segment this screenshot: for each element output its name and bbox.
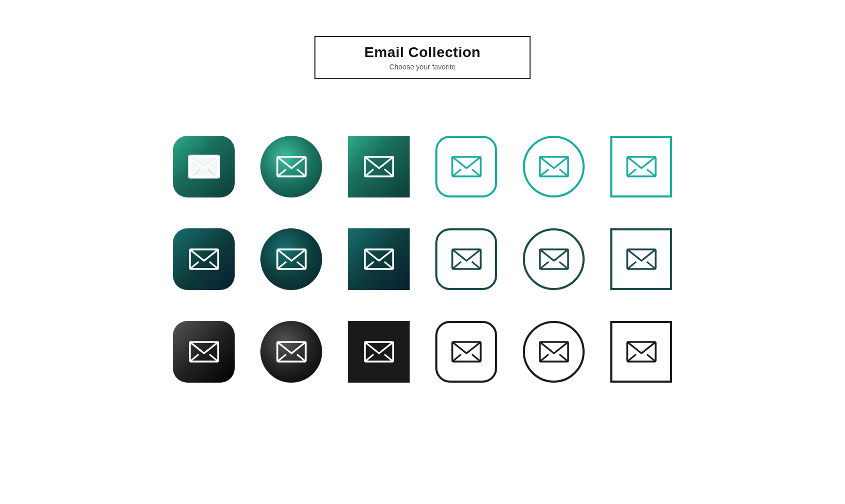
envelope-icon (625, 154, 658, 179)
envelope-icon (275, 339, 308, 365)
svg-line-41 (647, 262, 656, 269)
email-icon-darkteal-circle-outline[interactable] (523, 228, 585, 290)
envelope-icon (537, 154, 571, 179)
email-icon-darkteal-square-filled[interactable] (348, 228, 410, 290)
svg-line-25 (190, 262, 199, 269)
email-icon-black-circle-filled[interactable] (260, 321, 322, 383)
envelope-icon (625, 339, 658, 365)
svg-line-46 (277, 354, 286, 362)
envelope-icon (450, 339, 483, 365)
envelope-icon (362, 154, 396, 179)
svg-line-19 (540, 169, 549, 176)
email-icon-black-circle-outline[interactable] (523, 321, 585, 383)
email-icon-teal-circle-outline[interactable] (523, 136, 585, 197)
svg-line-14 (384, 169, 393, 176)
svg-line-47 (297, 354, 306, 362)
svg-line-16 (452, 169, 461, 176)
email-icon-teal-rounded-outline[interactable] (435, 136, 497, 197)
svg-line-43 (190, 354, 199, 362)
email-icon-darkteal-square-outline[interactable] (610, 228, 672, 290)
svg-line-52 (452, 354, 461, 362)
svg-line-58 (627, 354, 636, 362)
header-box: Email Collection Choose your favorite (314, 36, 531, 79)
envelope-icon (625, 246, 658, 272)
email-icon-green-square-filled[interactable] (348, 136, 410, 197)
svg-line-35 (472, 262, 481, 269)
svg-line-17 (472, 169, 481, 176)
svg-line-50 (384, 354, 393, 362)
email-icon-black-rounded-filled[interactable] (173, 321, 235, 383)
svg-line-56 (559, 354, 568, 362)
svg-line-11 (297, 169, 306, 176)
envelope-icon (187, 154, 221, 179)
envelope-icon (450, 154, 483, 179)
icons-grid (165, 120, 680, 398)
email-icon-green-rounded-filled[interactable] (173, 136, 235, 197)
envelope-icon (187, 339, 221, 365)
svg-line-44 (209, 354, 218, 362)
svg-line-38 (559, 262, 568, 269)
page-subtitle: Choose your favorite (346, 63, 499, 71)
svg-line-10 (277, 169, 286, 176)
envelope-icon (187, 246, 221, 272)
envelope-icon (450, 246, 483, 272)
envelope-icon (275, 246, 308, 272)
svg-line-53 (472, 354, 481, 362)
svg-line-34 (452, 262, 461, 269)
svg-line-22 (627, 169, 636, 176)
svg-line-23 (647, 169, 656, 176)
email-icon-darkteal-rounded-outline[interactable] (435, 228, 497, 290)
svg-line-20 (559, 169, 568, 176)
envelope-icon (362, 246, 396, 272)
email-icon-darkteal-rounded-filled[interactable] (173, 228, 235, 290)
svg-line-40 (627, 262, 636, 269)
envelope-icon (362, 339, 396, 365)
svg-line-26 (209, 262, 218, 269)
email-icon-teal-square-outline[interactable] (610, 136, 672, 197)
envelope-icon (275, 154, 308, 179)
svg-line-32 (384, 262, 393, 269)
envelope-icon (537, 339, 571, 365)
svg-line-31 (365, 262, 374, 269)
email-icon-black-square-outline[interactable] (610, 321, 672, 383)
envelope-icon (537, 246, 571, 272)
svg-line-29 (297, 262, 306, 269)
email-icon-black-square-filled[interactable] (348, 321, 410, 383)
email-icon-darkteal-circle-filled[interactable] (260, 228, 322, 290)
email-icon-green-circle-filled[interactable] (260, 136, 322, 197)
svg-line-13 (365, 169, 374, 176)
email-icon-black-rounded-outline[interactable] (435, 321, 497, 383)
svg-line-55 (540, 354, 549, 362)
svg-line-37 (540, 262, 549, 269)
svg-line-49 (365, 354, 374, 362)
svg-line-28 (277, 262, 286, 269)
svg-line-59 (647, 354, 656, 362)
page-title: Email Collection (346, 44, 499, 61)
